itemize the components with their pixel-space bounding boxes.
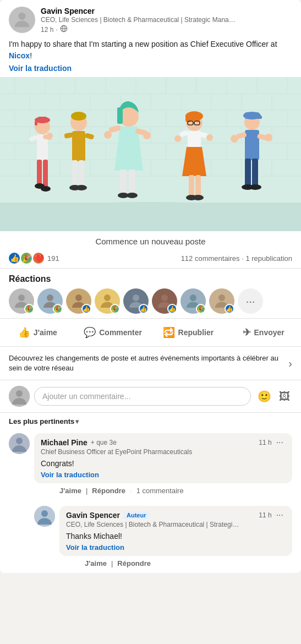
svg-point-94 [104,131,112,139]
svg-point-82 [71,112,86,121]
reaction-avatar-1[interactable]: 🎉 [9,288,34,314]
svg-point-133 [104,294,111,301]
comment-avatar-michael[interactable] [9,433,30,454]
reaction-avatar-4[interactable]: 🎉 [95,288,120,314]
dot-sep-1: · [130,487,132,495]
post-time: 12 h [41,26,53,34]
like-button[interactable]: 👍 J'aime [0,321,75,344]
comment-body-michael: Congrats! [41,458,286,470]
comment-input[interactable]: Ajouter un commentaire... [34,387,251,406]
comment-avatar-gavin[interactable] [34,506,55,527]
comment-subtitle-michael: Chief Business Officer at EyePoint Pharm… [41,448,217,456]
post-time-row: 12 h · [41,25,292,34]
reactions-avatars: 🎉 🎉 👍 🎉 [9,288,292,314]
svg-point-139 [16,390,23,397]
svg-point-123 [231,135,238,143]
author-name[interactable]: Gavin Spencer [41,7,292,15]
comment-translation-michael[interactable]: Voir la traduction [41,471,286,479]
comment-button[interactable]: 💬 Commenter [75,321,151,344]
reactions-count: 191 [47,254,59,263]
svg-rect-107 [188,131,201,148]
reaction-avatar-7[interactable]: 🎉 [180,288,206,314]
comment-header-gavin: Gavin Spencer Auteur 11 h ··· [66,510,286,520]
action-bar: 👍 J'aime 💬 Commenter 🔁 Republier ✈ Envoy… [0,319,301,347]
reaction-badge-1: 🎉 [24,304,34,314]
svg-point-134 [133,294,139,301]
illustration-bg [0,77,301,231]
post-text: I'm happy to share that I'm starting a n… [0,34,301,62]
post-card: Gavin Spencer CEO, Life Sciences | Biote… [0,0,301,573]
discover-text: Découvrez les changements de poste et au… [9,353,284,373]
reaction-avatar-3[interactable]: 👍 [66,288,91,314]
comment-replies-count[interactable]: 1 commentaire [136,487,184,495]
sort-dropdown[interactable]: Les plus pertinents ▾ [9,417,79,425]
comment-time-michael: 11 h [259,439,271,446]
comments-count[interactable]: 112 commentaires [181,254,240,263]
reaction-avatar-5[interactable]: 👍 [123,288,149,314]
comment-input-actions: 🙂 🖼 [255,388,292,405]
reaction-avatar-8[interactable]: 👍 [209,288,234,314]
svg-point-124 [265,134,272,141]
reaction-avatar-6[interactable]: 👍 [152,288,177,314]
repost-button[interactable]: 🔁 Republier [151,321,226,344]
svg-rect-96 [120,170,127,194]
reaction-badge-6: 👍 [167,304,177,314]
repost-label: Republier [178,328,214,337]
comment-like-gavin[interactable]: J'aime [85,559,107,567]
post-meta: Gavin Spencer CEO, Life Sciences | Biote… [41,7,292,34]
current-user-avatar [9,386,30,407]
send-icon: ✈ [243,326,251,339]
more-reactions-button[interactable]: ··· [238,288,263,314]
svg-rect-87 [79,160,84,187]
republications-count[interactable]: 1 republication [245,254,292,263]
comment-reply-gavin[interactable]: Répondre [117,559,151,567]
svg-rect-103 [195,115,200,122]
svg-rect-97 [129,170,135,194]
company-link[interactable]: Nicox [9,51,30,60]
reaction-avatar-2[interactable]: 🎉 [37,288,63,314]
action-separator-1: | [86,487,87,495]
comment-label: Commenter [99,328,142,337]
author-subtitle: CEO, Life Sciences | Biotech & Pharmaceu… [41,16,239,24]
reactions-section: Réactions 🎉 🎉 👍 [0,269,301,319]
svg-point-137 [218,294,225,301]
comment-item-gavin: Gavin Spencer Auteur 11 h ··· CEO, Life … [25,500,301,573]
svg-point-136 [190,294,196,301]
sort-row: Les plus pertinents ▾ [0,413,301,428]
like-label: J'aime [34,328,57,337]
svg-rect-72 [35,121,37,125]
svg-point-111 [206,134,213,141]
like-icon: 👍 [18,326,30,339]
author-avatar[interactable] [9,7,35,33]
post-caption: Commence un nouveau poste [0,231,301,250]
comment-more-michael[interactable]: ··· [274,438,286,447]
comment-author-michael[interactable]: Michael Pine [41,438,87,447]
comment-more-gavin[interactable]: ··· [274,510,286,520]
svg-rect-125 [245,159,251,186]
emoji-button[interactable]: 🙂 [255,388,273,405]
comment-input-row: Ajouter un commentaire... 🙂 🖼 [0,380,301,413]
post-header: Gavin Spencer CEO, Life Sciences | Biote… [0,0,301,34]
celebrate-emoji: 🎉 [21,253,32,264]
reply-comment-gavin: Gavin Spencer Auteur 11 h ··· CEO, Life … [25,500,301,573]
see-translation-link[interactable]: Voir la traduction [0,62,301,77]
discover-banner[interactable]: Découvrez les changements de poste et au… [0,347,301,380]
action-separator-2: | [111,559,113,567]
send-button[interactable]: ✈ Envoyer [226,321,301,344]
reaction-badge-3: 👍 [81,304,91,314]
author-avatar-wrapper [9,7,35,33]
svg-point-132 [75,294,82,301]
comment-translation-gavin[interactable]: Voir la traduction [66,543,286,552]
post-text-part1: I'm happy to share that I'm starting a n… [9,40,277,48]
comment-reply-michael[interactable]: Répondre [92,487,125,495]
svg-point-128 [249,184,261,190]
svg-point-80 [46,133,53,139]
comment-author-gavin[interactable]: Gavin Spencer [66,511,120,520]
comment-time-gavin: 11 h [259,511,271,519]
image-button[interactable]: 🖼 [277,388,292,405]
comment-like-michael[interactable]: J'aime [59,487,81,495]
svg-point-115 [193,195,204,200]
comment-author-info-michael: Michael Pine + que 3e [41,438,117,447]
reactions-icons[interactable]: 👍 🎉 ❤️ 191 [9,253,59,264]
like-emoji: 👍 [9,253,20,264]
